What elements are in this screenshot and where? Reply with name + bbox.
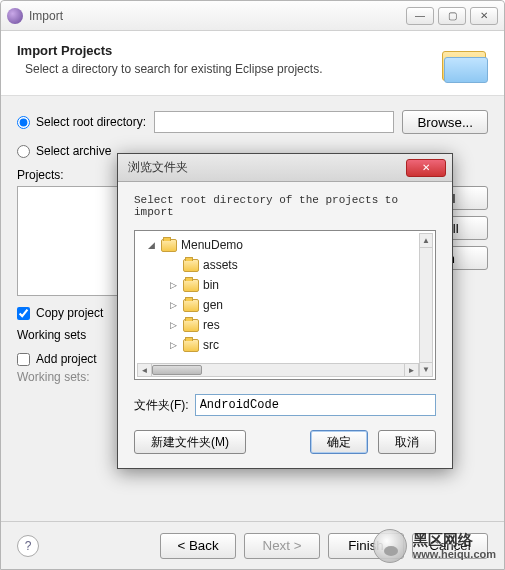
folder-icon — [183, 279, 199, 292]
scroll-left-icon[interactable]: ◄ — [138, 364, 152, 376]
dialog-cancel-button[interactable]: 取消 — [378, 430, 436, 454]
expander-icon[interactable]: ▷ — [167, 320, 179, 330]
root-directory-input[interactable] — [154, 111, 394, 133]
dialog-titlebar: 浏览文件夹 ✕ — [118, 154, 452, 182]
horizontal-scrollbar[interactable]: ◄ ► — [137, 363, 419, 377]
copy-projects-checkbox[interactable] — [17, 307, 30, 320]
tree-node[interactable]: ▷bin — [141, 275, 429, 295]
page-subtitle: Select a directory to search for existin… — [25, 62, 440, 76]
wizard-header: Import Projects Select a directory to se… — [1, 31, 504, 96]
scroll-down-icon[interactable]: ▼ — [420, 362, 432, 376]
expander-icon[interactable]: ▷ — [167, 340, 179, 350]
dialog-close-button[interactable]: ✕ — [406, 159, 446, 177]
folder-icon — [161, 239, 177, 252]
tree-node[interactable]: ▷gen — [141, 295, 429, 315]
tree-node-label: gen — [203, 298, 223, 312]
scroll-thumb[interactable] — [152, 365, 202, 375]
root-directory-radio[interactable] — [17, 116, 30, 129]
folder-name-input[interactable] — [195, 394, 436, 416]
tree-node-label: assets — [203, 258, 238, 272]
window-controls: — ▢ ✕ — [406, 7, 498, 25]
help-button[interactable]: ? — [17, 535, 39, 557]
window-titlebar: Import — ▢ ✕ — [1, 1, 504, 31]
expander-icon[interactable]: ▷ — [167, 300, 179, 310]
tree-node[interactable]: assets — [141, 255, 429, 275]
folder-icon — [183, 259, 199, 272]
dialog-message: Select root directory of the projects to… — [134, 194, 436, 218]
root-directory-label: Select root directory: — [36, 115, 146, 129]
working-sets-field-label: Working sets: — [17, 370, 103, 384]
vertical-scrollbar[interactable]: ▲ ▼ — [419, 233, 433, 377]
tree-node[interactable]: ▷src — [141, 335, 429, 355]
new-folder-button[interactable]: 新建文件夹(M) — [134, 430, 246, 454]
tree-node[interactable]: ▷res — [141, 315, 429, 335]
import-wizard-window: Import — ▢ ✕ Import Projects Select a di… — [0, 0, 505, 570]
expander-icon[interactable]: ◢ — [145, 240, 157, 250]
add-to-working-sets-label: Add project — [36, 352, 97, 366]
minimize-button[interactable]: — — [406, 7, 434, 25]
add-to-working-sets-checkbox[interactable] — [17, 353, 30, 366]
watermark: 黑区网络 www.heiqu.com — [373, 529, 496, 563]
ok-button[interactable]: 确定 — [310, 430, 368, 454]
scroll-right-icon[interactable]: ► — [404, 364, 418, 376]
watermark-line1: 黑区网络 — [413, 532, 496, 549]
folder-illustration-icon — [440, 43, 488, 83]
folder-name-label: 文件夹(F): — [134, 397, 189, 414]
watermark-line2: www.heiqu.com — [413, 548, 496, 560]
close-button[interactable]: ✕ — [470, 7, 498, 25]
folder-icon — [183, 299, 199, 312]
page-title: Import Projects — [17, 43, 440, 58]
tree-node-label: MenuDemo — [181, 238, 243, 252]
maximize-button[interactable]: ▢ — [438, 7, 466, 25]
dialog-title: 浏览文件夹 — [124, 159, 406, 176]
tree-node-label: bin — [203, 278, 219, 292]
scroll-up-icon[interactable]: ▲ — [420, 234, 432, 248]
tree-node-label: src — [203, 338, 219, 352]
watermark-icon — [373, 529, 407, 563]
window-title: Import — [29, 9, 406, 23]
tree-node[interactable]: ◢MenuDemo — [141, 235, 429, 255]
archive-radio[interactable] — [17, 145, 30, 158]
copy-projects-label: Copy project — [36, 306, 103, 320]
expander-icon[interactable]: ▷ — [167, 280, 179, 290]
next-button[interactable]: Next > — [244, 533, 320, 559]
folder-icon — [183, 319, 199, 332]
folder-tree[interactable]: ◢MenuDemoassets▷bin▷gen▷res▷src ◄ ► ▲ ▼ — [134, 230, 436, 380]
folder-icon — [183, 339, 199, 352]
archive-label: Select archive — [36, 144, 111, 158]
tree-node-label: res — [203, 318, 220, 332]
back-button[interactable]: < Back — [160, 533, 236, 559]
browse-folder-dialog: 浏览文件夹 ✕ Select root directory of the pro… — [117, 153, 453, 469]
browse-button[interactable]: Browse... — [402, 110, 488, 134]
eclipse-icon — [7, 8, 23, 24]
